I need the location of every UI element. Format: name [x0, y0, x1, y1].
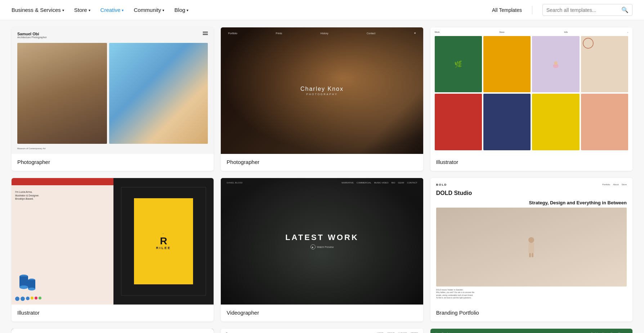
- card-label: Illustrator: [430, 154, 632, 171]
- thumbnail-illustrator1: Work Store Info › 🌿: [430, 27, 632, 154]
- thumbnail-jalissa: JALISSA Home Gallery About Prints Blog C…: [12, 329, 214, 333]
- card-label: Branding Portfolio: [430, 305, 632, 321]
- mockup-caption: Museum of Contemporary Art: [17, 147, 208, 150]
- mockup-title: Samuel Obi: [17, 32, 47, 36]
- main-content: Samuel Obi Architecture Photographer Mus…: [0, 20, 644, 333]
- art-cell: [483, 36, 531, 92]
- nav-item-community[interactable]: Community ▾: [134, 7, 164, 13]
- nav-item-store[interactable]: Store ▾: [74, 7, 90, 13]
- nav-right: All Templates 🔍: [492, 4, 632, 16]
- search-bar[interactable]: 🔍: [542, 4, 632, 16]
- nav-item-creative[interactable]: Creative ▾: [100, 7, 124, 13]
- mockup-center: LATEST WORK ▶ Watch Preview: [221, 178, 423, 305]
- mockup-center-text: Charley Knox PHOTOGRAPHY: [300, 86, 344, 96]
- thumbnail-lucia-arma: I'm Lucia Arma.Illustrator & Designer.Br…: [12, 178, 214, 305]
- hamburger-icon: [203, 32, 208, 35]
- thumbnail-samuel-obi: Samuel Obi Architecture Photographer Mus…: [12, 27, 214, 154]
- svg-point-8: [28, 288, 35, 290]
- nav-item-business[interactable]: Business & Services ▾: [12, 7, 64, 13]
- template-card-illustrator1[interactable]: Work Store Info › 🌿: [430, 27, 632, 171]
- svg-rect-11: [529, 253, 531, 257]
- mockup-nav-item: Contact: [367, 32, 375, 35]
- thumbnail-charley-knox: Portfolio Prints History Contact ★ Charl…: [221, 27, 423, 154]
- mockup-nav-item: Prints: [276, 32, 282, 35]
- mockup-nav-links: Portfolio About Store: [602, 183, 627, 186]
- thumbnail-dold: BOLD Portfolio About Store DOLD Studio S…: [430, 178, 632, 305]
- mockup-nav-item: Store: [622, 183, 627, 186]
- svg-point-5: [19, 285, 28, 289]
- mockup-studio-name: DOLD Studio: [436, 190, 627, 196]
- card-label: Photographer: [221, 154, 423, 171]
- card-label: Illustrator: [12, 305, 214, 321]
- mockup-nav-chevron: ›: [627, 31, 628, 33]
- mockup-right-panel: R R RILEE: [113, 178, 214, 305]
- art-cell: [532, 94, 579, 150]
- mockup-nav-item: Portfolio: [602, 183, 610, 186]
- mockup-nav-item: ★: [414, 32, 416, 35]
- mockup-watch-preview: ▶ Watch Preview: [310, 244, 334, 249]
- nav-label-community: Community: [134, 7, 161, 13]
- navbar: Business & Services ▾ Store ▾ Creative ▾…: [0, 0, 644, 20]
- search-icon[interactable]: 🔍: [621, 6, 629, 13]
- nav-label-business: Business & Services: [12, 7, 61, 13]
- template-card-bold-b[interactable]: B HOME ABOUT ALBUMS STORE B ☀: [221, 329, 423, 333]
- mockup-subtitle: Architecture Photographer: [17, 36, 47, 39]
- mockup-photo-left: [17, 43, 107, 144]
- nav-label-blog: Blog: [174, 7, 185, 13]
- mockup-text: I'm Lucia Arma.Illustrator & Designer.Br…: [15, 190, 110, 201]
- template-card-green-portfolio[interactable]: Home Gina Auler Portfolio About Shop Blo…: [430, 329, 632, 333]
- mockup-desc: DOLD means 'hidden' in Swedish. Why hidd…: [436, 289, 627, 299]
- art-cell: [532, 36, 579, 92]
- mockup-main: DOLD Studio Strategy, Design and Everyth…: [436, 190, 627, 299]
- template-grid: Samuel Obi Architecture Photographer Mus…: [12, 27, 632, 333]
- svg-point-9: [528, 237, 534, 243]
- chevron-down-icon: ▾: [62, 8, 64, 12]
- red-bar: [12, 178, 113, 185]
- mockup-headline: LATEST WORK: [285, 233, 359, 242]
- mockup-nav: Work Store Info ›: [435, 31, 628, 33]
- play-icon: ▶: [310, 244, 316, 249]
- art-cell: [581, 36, 628, 92]
- thumbnail-videographer: DANIEL BLOOD NARRATIVE COMMERCIAL MUSIC-…: [221, 178, 423, 305]
- template-card-charley-knox[interactable]: Portfolio Prints History Contact ★ Charl…: [221, 27, 423, 171]
- nav-divider: [532, 6, 532, 14]
- mockup-photo-right: [109, 43, 208, 144]
- nav-left: Business & Services ▾ Store ▾ Creative ▾…: [12, 7, 492, 13]
- mockup-logo: BOLD: [436, 183, 447, 186]
- all-templates-button[interactable]: All Templates: [492, 7, 522, 13]
- mockup-subtitle: PHOTOGRAPHY: [300, 93, 344, 96]
- mockup-nav: Portfolio Prints History Contact ★: [221, 32, 423, 35]
- svg-rect-12: [532, 253, 533, 257]
- mockup-nav-item: Portfolio: [228, 32, 237, 35]
- dold-left: DOLD Studio Strategy, Design and Everyth…: [436, 190, 627, 299]
- svg-point-2: [583, 38, 593, 48]
- mockup-name: Charley Knox: [300, 86, 344, 92]
- template-card-samuel-obi[interactable]: Samuel Obi Architecture Photographer Mus…: [12, 27, 214, 171]
- nav-item-blog[interactable]: Blog ▾: [174, 7, 188, 13]
- thumbnail-bold-b: B HOME ABOUT ALBUMS STORE B ☀: [221, 329, 423, 333]
- card-label: Videographer: [221, 305, 423, 321]
- template-card-lucia-arma[interactable]: I'm Lucia Arma.Illustrator & Designer.Br…: [12, 178, 214, 321]
- mockup-left-panel: I'm Lucia Arma.Illustrator & Designer.Br…: [12, 178, 113, 305]
- art-cell: [435, 94, 482, 150]
- mockup-model-image: [436, 208, 627, 286]
- template-card-videographer[interactable]: DANIEL BLOOD NARRATIVE COMMERCIAL MUSIC-…: [221, 178, 423, 321]
- mockup-nav-item: Info: [564, 31, 568, 33]
- mockup-art-grid: 🌿: [435, 36, 628, 150]
- mockup-top-bar: JALISSA Home Gallery About Prints Blog C…: [12, 329, 214, 333]
- template-card-dold[interactable]: BOLD Portfolio About Store DOLD Studio S…: [430, 178, 632, 321]
- mockup-nav: BOLD Portfolio About Store: [436, 183, 627, 186]
- thumbnail-green-portfolio: Home Gina Auler Portfolio About Shop Blo…: [430, 329, 632, 333]
- nav-label-store: Store: [74, 7, 87, 13]
- art-cell: [483, 94, 531, 150]
- mockup-tagline: Strategy, Design and Everything in Betwe…: [436, 200, 627, 206]
- svg-rect-10: [528, 243, 534, 253]
- art-cell: [581, 94, 628, 150]
- chevron-down-icon: ▾: [162, 8, 164, 12]
- template-card-jalissa[interactable]: JALISSA Home Gallery About Prints Blog C…: [12, 329, 214, 333]
- mockup-nav-item: Store: [499, 31, 504, 33]
- mockup-nav-item: About: [613, 183, 619, 186]
- nav-label-creative: Creative: [100, 7, 121, 13]
- search-input[interactable]: [546, 7, 618, 13]
- chevron-down-icon: ▾: [89, 8, 90, 12]
